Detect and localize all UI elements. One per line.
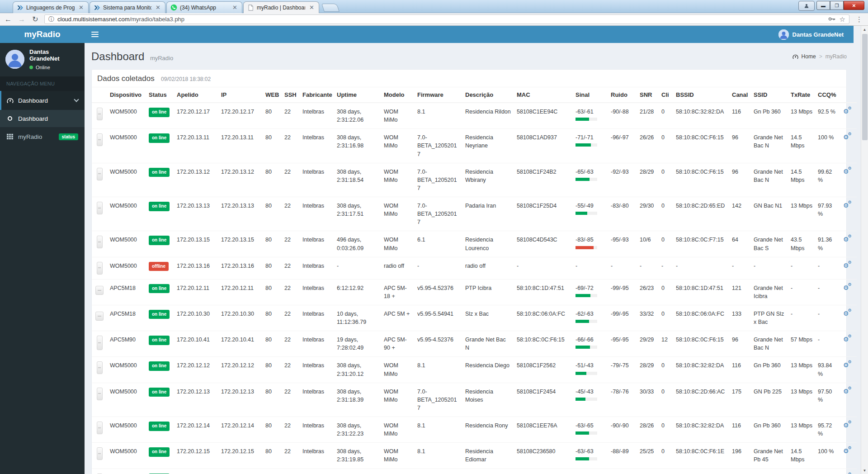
tab-whatsapp[interactable]: (34) WhatsApp ✕ xyxy=(166,1,242,13)
cell-fabricante: Intelbras xyxy=(300,417,334,443)
sidebar-item-myradio[interactable]: myRadio status xyxy=(0,127,85,146)
cell-bssid: 58:10:8C:0C:F6:1E xyxy=(673,443,729,469)
cell-fabricante: Intelbras xyxy=(300,443,334,469)
device-settings-cogs-icon[interactable]: ⚙⚙ xyxy=(843,262,849,269)
cell-bssid: 58:10:8C:0C:F6:15 xyxy=(673,129,729,163)
cell-bssid: 58:10:8C:0C:F6:1E xyxy=(673,469,729,474)
cell-firmware: - xyxy=(415,257,462,279)
navbar-user-name: Dantas GrandeNet xyxy=(793,31,844,38)
device-settings-cogs-icon[interactable]: ⚙⚙ xyxy=(843,168,849,175)
tab-myradio-active[interactable]: myRadio | Dashboard ✕ xyxy=(243,1,319,13)
bookmark-star-icon[interactable]: ☆ xyxy=(840,15,845,24)
cell-cli: 0 xyxy=(659,417,673,443)
password-key-icon[interactable] xyxy=(828,15,835,24)
tab-close-icon[interactable]: ✕ xyxy=(231,4,239,11)
sidebar-toggle-icon[interactable] xyxy=(85,26,105,43)
grid-th-icon xyxy=(6,133,14,140)
cell-ssh: 22 xyxy=(282,443,300,469)
status-badge: on line xyxy=(149,310,170,319)
tab-sistema[interactable]: Sistema para Monitoram ✕ xyxy=(90,1,165,13)
cell-ccq: 95.72 % xyxy=(815,417,840,443)
navbar-user-menu[interactable]: Dantas GrandeNet xyxy=(769,26,854,43)
cell-ssid: Grande Net Bac N xyxy=(751,129,788,163)
cell-ruido: -78/-77 xyxy=(608,469,637,474)
scrollbar-thumb[interactable] xyxy=(862,34,868,140)
profile-button[interactable] xyxy=(798,1,815,11)
cell-apelido: 172.20.13.16 xyxy=(174,257,218,279)
cell-sinal: -83/-85 xyxy=(573,231,608,257)
scroll-up-icon[interactable]: ▲ xyxy=(861,26,868,33)
cell-descricao: PTP Icibra xyxy=(462,279,514,305)
browser-menu-icon[interactable]: ⋮ xyxy=(854,15,864,24)
device-settings-cogs-icon[interactable]: ⚙⚙ xyxy=(843,388,849,394)
cell-descricao: Residencia Neyriane xyxy=(462,129,514,163)
sidebar: myRadio Dantas GrandeNet Online NAVEGAÇÃ… xyxy=(0,26,85,474)
cell-fabricante: Intelbras xyxy=(300,163,334,197)
cell-ssh: 22 xyxy=(282,469,300,474)
col-actions xyxy=(840,87,857,103)
cell-web: 80 xyxy=(263,129,282,163)
sidebar-item-dashboard[interactable]: Dashboard xyxy=(0,91,85,110)
cell-fabricante: Intelbras xyxy=(300,357,334,383)
device-settings-cogs-icon[interactable]: ⚙⚙ xyxy=(843,134,849,140)
status-badge: on line xyxy=(149,422,170,431)
device-settings-cogs-icon[interactable]: ⚙⚙ xyxy=(843,422,849,428)
device-settings-cogs-icon[interactable]: ⚙⚙ xyxy=(843,236,849,242)
device-settings-cogs-icon[interactable]: ⚙⚙ xyxy=(843,336,849,342)
device-settings-cogs-icon[interactable]: ⚙⚙ xyxy=(843,310,849,317)
device-settings-cogs-icon[interactable]: ⚙⚙ xyxy=(843,108,849,114)
refresh-icon[interactable]: ↻ xyxy=(31,15,40,24)
cell-dispositivo: WOM5000 xyxy=(107,197,146,231)
cell-descricao: Residencia Diego xyxy=(462,357,514,383)
device-settings-cogs-icon[interactable]: ⚙⚙ xyxy=(843,362,849,368)
cell-mac: 58:10:8C:06:0A:FC xyxy=(514,305,573,331)
cell-cli: 0 xyxy=(659,357,673,383)
cell-ruido: -99/-95 xyxy=(608,279,637,305)
cell-mac: 58108C4D543C xyxy=(514,231,573,257)
sidebar-subitem-dashboard[interactable]: Dashboard xyxy=(0,110,85,127)
page-info-icon[interactable]: ⓘ xyxy=(48,15,54,24)
cell-fabricante: Intelbras xyxy=(300,383,334,417)
cell-uptime: 10 days, 11:12:36.79 xyxy=(334,305,381,331)
cell-txrate: 13 Mbps xyxy=(788,357,815,383)
table-row: WOM5000 on line 172.20.12.17 172.20.12.1… xyxy=(92,103,857,129)
cell-uptime: 308 days, 2:31:16.98 xyxy=(334,129,381,163)
new-tab-button[interactable] xyxy=(321,4,340,12)
cell-bssid: 58:10:8C:32:82:DA xyxy=(673,103,729,129)
cell-modelo: WOM MiMo xyxy=(381,469,415,474)
cell-fabricante: Intelbras xyxy=(300,469,334,474)
tab-close-icon[interactable]: ✕ xyxy=(77,4,85,11)
device-settings-cogs-icon[interactable]: ⚙⚙ xyxy=(843,284,849,291)
cell-dispositivo: WOM5000 xyxy=(107,103,146,129)
browser-window: Linguagens de Programa ✕ Sistema para Mo… xyxy=(0,0,868,474)
page-scrollbar[interactable]: ▲ ▼ xyxy=(861,26,868,474)
cell-ssid: GN Pb 225 xyxy=(751,383,788,417)
breadcrumb-home[interactable]: Home xyxy=(802,53,816,60)
col-sinal: Sinal xyxy=(573,87,608,103)
cell-web: 80 xyxy=(263,257,282,279)
maximize-button[interactable]: ❐ xyxy=(830,1,844,10)
cell-mac: 58108C1AD937 xyxy=(514,129,573,163)
cell-mac: 58108C1F2562 xyxy=(514,357,573,383)
minimize-button[interactable]: ▬ xyxy=(816,1,830,10)
status-badge: on line xyxy=(149,388,170,397)
cell-ip: 172.20.12.11 xyxy=(218,279,263,305)
close-button[interactable]: ✕ xyxy=(844,1,864,10)
forward-icon[interactable]: → xyxy=(17,15,26,24)
tab-close-icon[interactable]: ✕ xyxy=(308,4,316,11)
sidebar-item-label: myRadio xyxy=(18,133,54,140)
cell-sinal: -62/-63 xyxy=(573,305,608,331)
cell-ssh: 22 xyxy=(282,103,300,129)
tab-linguagens[interactable]: Linguagens de Programa ✕ xyxy=(13,1,89,13)
address-bar[interactable]: ⓘ cloud.multisistemasnet.com/myradio/tab… xyxy=(44,14,849,24)
device-settings-cogs-icon[interactable]: ⚙⚙ xyxy=(843,202,849,209)
device-settings-cogs-icon[interactable]: ⚙⚙ xyxy=(843,448,849,454)
cell-firmware: 7.0-BETA_12052017 xyxy=(415,197,462,231)
brand-logo[interactable]: myRadio xyxy=(0,26,85,43)
cell-firmware: 8.1 xyxy=(415,357,462,383)
sidebar-user-status[interactable]: Online xyxy=(29,65,79,70)
tab-close-icon[interactable]: ✕ xyxy=(154,4,162,11)
cell-ip: 172.20.12.16 xyxy=(218,469,263,474)
back-icon[interactable]: ← xyxy=(4,15,13,24)
scroll-down-icon[interactable]: ▼ xyxy=(861,467,868,474)
